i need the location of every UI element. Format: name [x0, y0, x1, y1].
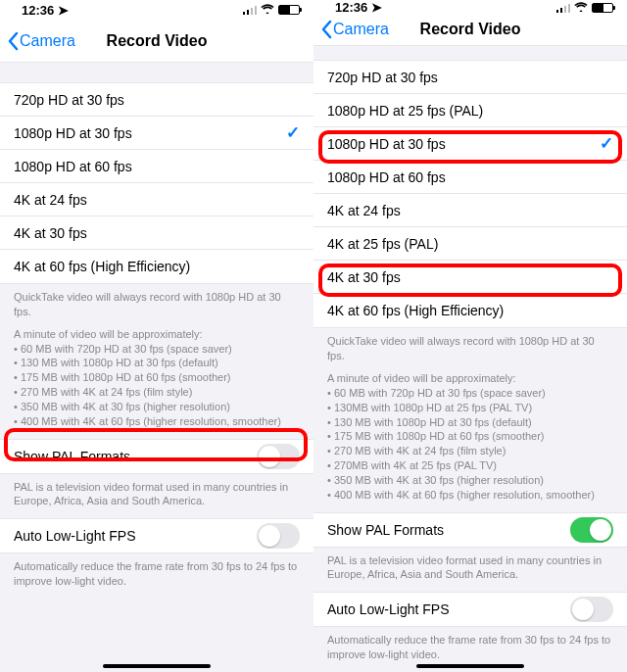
resolution-option-label: 1080p HD at 60 fps	[327, 169, 446, 185]
size-item: 175 MB with 1080p HD at 60 fps (smoother…	[14, 370, 300, 385]
pal-group: Show PAL Formats	[314, 512, 627, 548]
pal-footer: PAL is a television video format used in…	[0, 474, 314, 519]
show-pal-formats-label: Show PAL Formats	[327, 522, 444, 538]
battery-icon	[592, 3, 613, 13]
resolution-option[interactable]: 4K at 60 fps (High Efficiency)✓	[0, 250, 314, 283]
back-label: Camera	[333, 21, 389, 38]
autolowlight-group: Auto Low-Light FPS	[0, 518, 314, 553]
resolution-option-label: 1080p HD at 60 fps	[14, 159, 132, 174]
size-item: 400 MB with 4K at 60 fps (higher resolut…	[14, 414, 300, 429]
pal-footer: PAL is a television video format used in…	[314, 548, 627, 593]
show-pal-formats-switch[interactable]	[257, 444, 300, 469]
resolution-option[interactable]: 1080p HD at 60 fps✓	[0, 150, 314, 183]
checkmark-icon: ✓	[286, 122, 300, 143]
size-item: 400 MB with 4K at 60 fps (higher resolut…	[327, 488, 613, 503]
resolution-option[interactable]: 1080p HD at 30 fps✓	[314, 127, 627, 161]
resolution-option-label: 1080p HD at 25 fps (PAL)	[327, 103, 483, 119]
resolution-option-label: 4K at 60 fps (High Efficiency)	[14, 259, 190, 274]
size-item: 60 MB with 720p HD at 30 fps (space save…	[14, 342, 300, 357]
sizes-intro: A minute of video will be approximately:	[327, 371, 613, 386]
resolution-option[interactable]: 4K at 30 fps✓	[0, 216, 314, 250]
quicktake-note: QuickTake video will always record with …	[327, 334, 613, 363]
back-button[interactable]: Camera	[314, 20, 389, 39]
size-item: 350 MB with 4K at 30 fps (higher resolut…	[327, 473, 613, 488]
checkmark-icon: ✓	[600, 133, 613, 154]
resolution-option-label: 4K at 24 fps	[14, 192, 87, 208]
back-label: Camera	[20, 32, 75, 50]
autolowlight-footer: Automatically reduce the frame rate from…	[0, 553, 314, 599]
screenshot-right: 12:36 ➤ Camera Record Video 720p HD at 3…	[314, 0, 627, 672]
status-time: 12:36	[335, 0, 367, 15]
resolution-option[interactable]: 1080p HD at 60 fps✓	[314, 161, 627, 194]
resolution-options-group: 720p HD at 30 fps✓1080p HD at 30 fps✓108…	[0, 82, 314, 284]
wifi-icon	[261, 3, 274, 17]
signal-icon	[243, 5, 257, 15]
resolution-option[interactable]: 4K at 24 fps✓	[0, 183, 314, 216]
resolution-option-label: 720p HD at 30 fps	[14, 92, 124, 108]
show-pal-formats-row[interactable]: Show PAL Formats	[314, 513, 627, 547]
status-right	[556, 1, 613, 15]
signal-icon	[556, 3, 570, 13]
chevron-left-icon	[6, 31, 20, 51]
autolowlight-group: Auto Low-Light FPS	[314, 592, 627, 627]
home-indicator	[416, 664, 524, 668]
back-button[interactable]: Camera	[0, 31, 75, 51]
sizes-intro: A minute of video will be approximately:	[14, 327, 300, 342]
size-item: 350 MB with 4K at 30 fps (higher resolut…	[14, 400, 300, 414]
resolution-option-label: 4K at 60 fps (High Efficiency)	[327, 303, 504, 318]
location-icon: ➤	[58, 3, 69, 18]
resolution-option[interactable]: 1080p HD at 30 fps✓	[0, 117, 314, 150]
resolution-option[interactable]: 4K at 24 fps✓	[314, 194, 627, 227]
sizes-list: 60 MB with 720p HD at 30 fps (space save…	[327, 386, 613, 503]
resolution-option[interactable]: 720p HD at 30 fps✓	[0, 83, 314, 117]
sizes-footer: QuickTake video will always record with …	[314, 328, 627, 511]
auto-lowlight-label: Auto Low-Light FPS	[327, 601, 450, 617]
size-item: 130 MB with 1080p HD at 30 fps (default)	[327, 415, 613, 430]
auto-lowlight-switch[interactable]	[570, 597, 613, 622]
show-pal-formats-row[interactable]: Show PAL Formats	[0, 440, 314, 473]
size-item: 270 MB with 4K at 24 fps (film style)	[327, 444, 613, 458]
status-right	[243, 3, 300, 17]
size-item: 270MB with 4K at 25 fps (PAL TV)	[327, 458, 613, 473]
resolution-option[interactable]: 720p HD at 30 fps✓	[314, 61, 627, 94]
show-pal-formats-label: Show PAL Formats	[14, 449, 130, 464]
size-item: 175 MB with 1080p HD at 60 fps (smoother…	[327, 429, 613, 444]
size-item: 60 MB with 720p HD at 30 fps (space save…	[327, 386, 613, 401]
auto-lowlight-label: Auto Low-Light FPS	[14, 528, 136, 544]
resolution-options-group: 720p HD at 30 fps✓1080p HD at 25 fps (PA…	[314, 60, 627, 328]
resolution-option-label: 1080p HD at 30 fps	[327, 136, 446, 152]
sizes-list: 60 MB with 720p HD at 30 fps (space save…	[14, 342, 300, 429]
pal-group: Show PAL Formats	[0, 439, 314, 474]
nav-bar: Camera Record Video	[314, 15, 627, 46]
size-item: 130 MB with 1080p HD at 30 fps (default)	[14, 356, 300, 370]
resolution-option[interactable]: 4K at 60 fps (High Efficiency)✓	[314, 294, 627, 327]
auto-lowlight-row[interactable]: Auto Low-Light FPS	[314, 593, 627, 626]
auto-lowlight-row[interactable]: Auto Low-Light FPS	[0, 519, 314, 552]
resolution-option-label: 4K at 24 fps	[327, 203, 401, 218]
status-time: 12:36	[22, 3, 54, 18]
resolution-option-label: 4K at 30 fps	[327, 269, 401, 285]
home-indicator	[103, 664, 211, 668]
resolution-option-label: 4K at 25 fps (PAL)	[327, 236, 438, 252]
sizes-footer: QuickTake video will always record with …	[0, 284, 314, 439]
auto-lowlight-switch[interactable]	[257, 523, 300, 549]
size-item: 270 MB with 4K at 24 fps (film style)	[14, 385, 300, 400]
nav-bar: Camera Record Video	[0, 20, 314, 63]
size-item: 130MB with 1080p HD at 25 fps (PAL TV)	[327, 401, 613, 415]
resolution-option[interactable]: 4K at 25 fps (PAL)✓	[314, 227, 627, 261]
location-icon: ➤	[371, 0, 382, 15]
show-pal-formats-switch[interactable]	[570, 517, 613, 543]
resolution-option-label: 720p HD at 30 fps	[327, 70, 438, 85]
resolution-option-label: 1080p HD at 30 fps	[14, 125, 132, 141]
status-bar: 12:36 ➤	[0, 0, 314, 20]
battery-icon	[278, 5, 300, 15]
wifi-icon	[574, 1, 588, 15]
chevron-left-icon	[319, 20, 333, 39]
resolution-option-label: 4K at 30 fps	[14, 225, 87, 241]
screenshot-left: 12:36 ➤ Camera Record Video 720p HD at 3…	[0, 0, 314, 672]
resolution-option[interactable]: 1080p HD at 25 fps (PAL)✓	[314, 94, 627, 127]
resolution-option[interactable]: 4K at 30 fps✓	[314, 261, 627, 294]
quicktake-note: QuickTake video will always record with …	[14, 290, 300, 319]
status-bar: 12:36 ➤	[314, 0, 627, 15]
